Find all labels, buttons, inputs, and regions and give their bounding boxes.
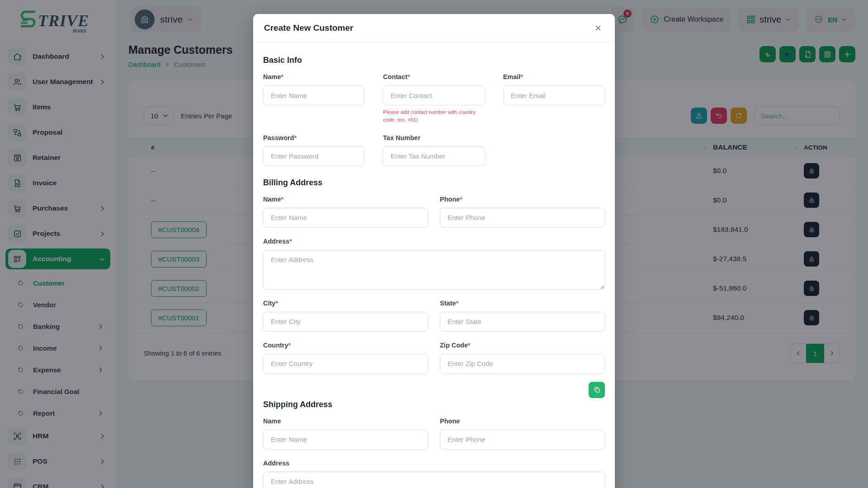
field-label: Country*: [263, 342, 428, 349]
field-billing-country: Country*: [263, 342, 428, 374]
shipping-name-input[interactable]: [263, 430, 428, 450]
password-input[interactable]: [263, 146, 365, 166]
field-label: Address: [263, 460, 605, 467]
field-password: Password*: [263, 134, 365, 166]
billing-city-input[interactable]: [263, 312, 428, 332]
field-billing-name: Name*: [263, 196, 428, 228]
field-billing-phone: Phone*: [440, 196, 605, 228]
copy-billing-to-shipping-button[interactable]: [589, 382, 605, 398]
shipping-address-textarea[interactable]: [263, 472, 605, 488]
field-label: Name*: [263, 196, 428, 203]
close-icon: [594, 24, 602, 32]
billing-phone-input[interactable]: [440, 208, 605, 228]
name-input[interactable]: [263, 85, 365, 105]
email-input[interactable]: [503, 85, 605, 105]
tax-number-input[interactable]: [383, 146, 485, 166]
contact-helper-text: Please add contact number with country c…: [383, 108, 485, 124]
modal-title: Create New Customer: [264, 23, 353, 33]
field-label: Address*: [263, 238, 605, 245]
field-contact: Contact* Please add contact number with …: [383, 73, 485, 124]
billing-address-textarea[interactable]: [263, 250, 605, 290]
billing-country-input[interactable]: [263, 354, 428, 374]
field-label: Name*: [263, 73, 365, 80]
close-button[interactable]: [592, 22, 604, 34]
field-label: Zip Code*: [440, 342, 605, 349]
copy-billing-row: [263, 382, 605, 398]
field-shipping-name: Name: [263, 418, 428, 450]
field-shipping-address: Address: [263, 460, 605, 488]
field-billing-city: City*: [263, 300, 428, 332]
copy-icon: [593, 386, 601, 394]
field-label: Email*: [503, 73, 605, 80]
billing-name-input[interactable]: [263, 208, 428, 228]
field-email: Email*: [503, 73, 605, 124]
field-label: Contact*: [383, 73, 485, 80]
field-billing-zip: Zip Code*: [440, 342, 605, 374]
field-label: Name: [263, 418, 428, 425]
field-billing-state: State*: [440, 300, 605, 332]
modal-header: Create New Customer: [253, 14, 615, 42]
section-title-shipping-address: Shipping Address: [263, 400, 605, 409]
field-label: Tax Number: [383, 134, 485, 141]
field-tax-number: Tax Number: [383, 134, 485, 166]
section-title-basic-info: Basic Info: [263, 56, 605, 65]
field-label: Password*: [263, 134, 365, 141]
section-title-billing-address: Billing Address: [263, 178, 605, 188]
field-label: Phone*: [440, 196, 605, 203]
billing-state-input[interactable]: [440, 312, 605, 332]
create-customer-modal: Create New Customer Basic Info Name* Con…: [253, 14, 615, 488]
field-label: Phone: [440, 418, 605, 425]
contact-input[interactable]: [383, 85, 485, 105]
field-label: State*: [440, 300, 605, 307]
field-shipping-phone: Phone: [440, 418, 605, 450]
field-name: Name*: [263, 73, 365, 124]
billing-zip-input[interactable]: [440, 354, 605, 374]
modal-body: Basic Info Name* Contact* Please add con…: [253, 42, 615, 488]
field-billing-address: Address*: [263, 238, 605, 290]
field-label: City*: [263, 300, 428, 307]
shipping-phone-input[interactable]: [440, 430, 605, 450]
